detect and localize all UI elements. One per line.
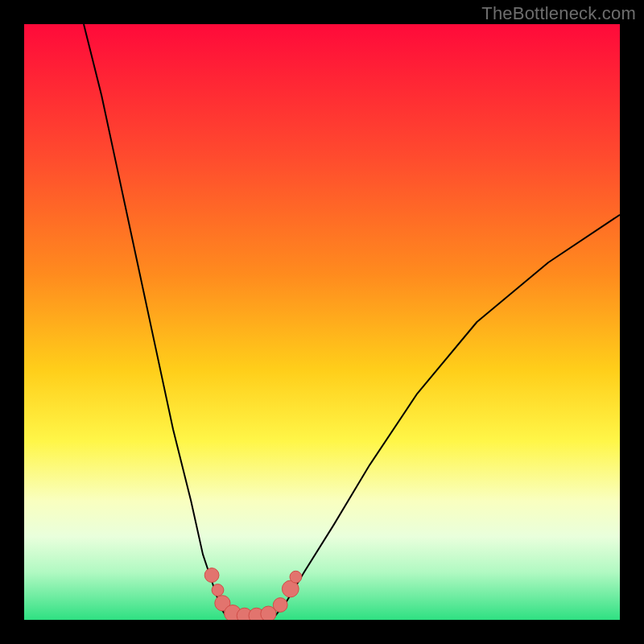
chart-plot-area [24,24,620,620]
highlight-points-group [204,568,302,620]
highlight-point [204,568,219,583]
chart-frame: TheBottleneck.com [0,0,644,644]
chart-svg [24,24,620,620]
bottleneck-curve [84,24,620,619]
highlight-point [290,571,302,583]
watermark-text: TheBottleneck.com [481,3,636,24]
highlight-point [212,584,224,597]
highlight-point [273,598,287,613]
